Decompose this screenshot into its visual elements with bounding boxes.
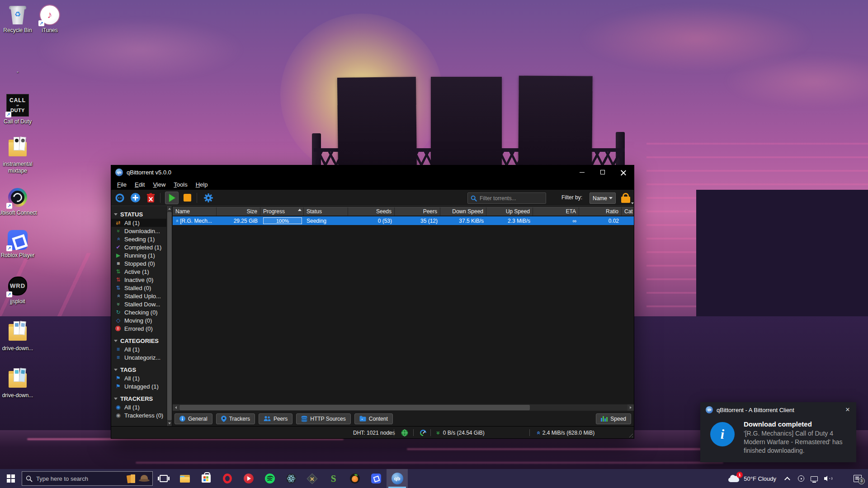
tab-trackers[interactable]: Trackers [216, 413, 255, 424]
sidebar-item-completed[interactable]: ✔Completed (1) [111, 243, 172, 251]
resize-grip[interactable] [627, 432, 633, 437]
desktop-icon-itunes[interactable]: ♪ ↗ iTunes [28, 5, 71, 34]
microsoft-store-button[interactable] [195, 469, 217, 488]
delete-torrent-button[interactable] [144, 192, 157, 204]
sidebar-item-untagged[interactable]: ⚑Untagged (1) [111, 382, 172, 390]
lock-button[interactable] [620, 192, 632, 204]
x-diamond-app-button[interactable] [302, 469, 323, 488]
menu-tools[interactable]: Tools [170, 180, 191, 189]
menu-view[interactable]: View [149, 180, 170, 189]
weather-cloud-icon[interactable]: 1 [727, 474, 741, 483]
alt-speed-button[interactable] [420, 427, 427, 439]
add-torrent-link-button[interactable] [113, 192, 127, 204]
status-section-header[interactable]: STATUS [111, 210, 172, 219]
notification-toast[interactable]: qb qBittorrent - A Bittorrent Client ✕ i… [700, 402, 856, 462]
volume-button[interactable] [824, 475, 832, 482]
scrollbar-thumb[interactable] [167, 212, 172, 420]
desktop-icon-instramental-mixtape[interactable]: instramental mixtape [0, 138, 39, 174]
column-header-up-speed[interactable]: Up Speed [486, 207, 533, 216]
fl-studio-button[interactable] [344, 469, 365, 488]
torrent-search-box[interactable] [467, 192, 546, 204]
minimize-button[interactable] [571, 165, 592, 179]
tray-app-button[interactable] [798, 475, 804, 482]
desktop-icon-jjsploit[interactable]: WRD ↗ jjsploit [0, 276, 39, 305]
tab-speed[interactable]: Speed [596, 413, 631, 424]
connection-status-button[interactable] [401, 427, 408, 439]
resume-button[interactable] [165, 192, 179, 204]
sidebar-scrollbar[interactable] [166, 206, 172, 426]
scroll-up-button[interactable] [167, 206, 172, 211]
electron-app-button[interactable] [280, 469, 302, 488]
sidebar-item-all[interactable]: ⇄All (1) [111, 219, 172, 227]
spotify-button[interactable] [259, 469, 280, 488]
network-button[interactable] [811, 476, 818, 481]
scroll-left-button[interactable] [173, 404, 179, 411]
sidebar-item-moving[interactable]: ◇Moving (0) [111, 316, 172, 324]
menu-file[interactable]: File [113, 180, 131, 189]
opera-button[interactable] [217, 469, 238, 488]
toast-close-button[interactable]: ✕ [844, 406, 852, 414]
qbittorrent-taskbar-button[interactable]: qb [387, 469, 408, 488]
menu-help[interactable]: Help [192, 180, 212, 189]
desktop-icon-dash[interactable]: - [0, 69, 39, 75]
sidebar-item-inactive[interactable]: ⇅Inactive (0) [111, 276, 172, 284]
options-button[interactable] [202, 192, 215, 204]
tags-section-header[interactable]: TAGS [111, 365, 172, 374]
menu-edit[interactable]: Edit [131, 180, 149, 189]
desktop-icon-call-of-duty[interactable]: CALL OF DUTY ↗ Call of Duty [0, 94, 39, 125]
trackers-section-header[interactable]: TRACKERS [111, 394, 172, 403]
sidebar-item-trackerless[interactable]: ◉Trackerless (0) [111, 411, 172, 419]
column-header-eta[interactable]: ETA [533, 207, 579, 216]
column-header-peers[interactable]: Peers [395, 207, 440, 216]
column-header-progress[interactable]: Progress [260, 207, 304, 216]
taskbar-search-input[interactable] [36, 475, 115, 482]
sidebar-item-checking[interactable]: ↻Checking (0) [111, 308, 172, 316]
tab-http-sources[interactable]: HTTP Sources [296, 413, 350, 424]
desktop-icon-drive-download-2[interactable]: drive-down... [0, 370, 39, 399]
sidebar-item-stalled-downloading[interactable]: »Stalled Dow... [111, 300, 172, 308]
tab-peers[interactable]: Peers [259, 413, 292, 424]
action-center-button[interactable]: 3 [854, 475, 862, 482]
search-input[interactable] [480, 195, 538, 202]
categories-section-header[interactable]: CATEGORIES [111, 336, 172, 345]
stop-button[interactable] [180, 192, 194, 204]
column-header-category[interactable]: Cat [622, 207, 634, 216]
column-header-ratio[interactable]: Ratio [579, 207, 622, 216]
column-header-name[interactable]: Name [173, 207, 217, 216]
sidebar-item-trackers-all[interactable]: ◉All (1) [111, 403, 172, 411]
tab-general[interactable]: General [175, 413, 212, 424]
sidebar-item-downloading[interactable]: »Downloadin... [111, 227, 172, 235]
sidebar-item-active[interactable]: ⇅Active (1) [111, 267, 172, 276]
scrollbar-thumb[interactable] [179, 405, 530, 410]
desktop-icon-roblox-player[interactable]: ↗ Roblox Player [0, 230, 39, 259]
taskbar-search-box[interactable] [22, 471, 153, 486]
scroll-down-button[interactable] [167, 421, 172, 426]
s-app-button[interactable]: S [323, 469, 344, 488]
sidebar-item-stalled[interactable]: ⇅Stalled (0) [111, 284, 172, 292]
desktop-icon-ubisoft-connect[interactable]: ↗ Ubisoft Connect [0, 187, 39, 216]
tray-expand-chevron-icon[interactable] [784, 477, 790, 483]
tab-content[interactable]: Content [354, 413, 393, 424]
sidebar-item-categories-all[interactable]: ≡All (1) [111, 345, 172, 353]
sidebar-item-tags-all[interactable]: ⚑All (1) [111, 374, 172, 382]
sidebar-item-seeding[interactable]: »Seeding (1) [111, 235, 172, 243]
sidebar-item-stopped[interactable]: ■Stopped (0) [111, 259, 172, 267]
horizontal-scrollbar[interactable] [173, 404, 634, 411]
sidebar-item-stalled-uploading[interactable]: »Stalled Uplo... [111, 292, 172, 300]
sidebar-item-errored[interactable]: !Errored (0) [111, 324, 172, 333]
start-button[interactable] [0, 469, 22, 488]
scroll-right-button[interactable] [627, 404, 634, 411]
title-bar[interactable]: qb qBittorrent v5.0.0 [111, 165, 634, 179]
sidebar-item-uncategorized[interactable]: ≡Uncategoriz... [111, 353, 172, 361]
sidebar-item-running[interactable]: ▶Running (1) [111, 251, 172, 259]
file-explorer-button[interactable] [174, 469, 195, 488]
column-header-size[interactable]: Size [217, 207, 260, 216]
task-view-button[interactable] [153, 469, 174, 488]
column-header-down-speed[interactable]: Down Speed [440, 207, 486, 216]
media-player-button[interactable] [238, 469, 259, 488]
column-header-status[interactable]: Status [304, 207, 348, 216]
column-header-seeds[interactable]: Seeds [348, 207, 395, 216]
torrent-row-selected[interactable]: » [R.G. Mech... 29.25 GiB 100% Seeding 0… [173, 216, 634, 225]
add-torrent-file-button[interactable] [128, 192, 142, 204]
filter-by-dropdown[interactable]: Name [590, 192, 616, 204]
